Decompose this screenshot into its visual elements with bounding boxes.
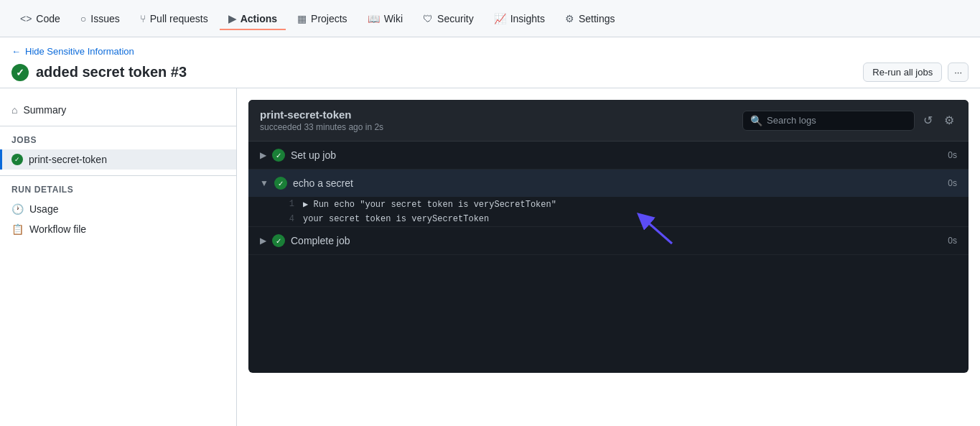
sidebar-item-usage[interactable]: 🕐 Usage — [0, 199, 236, 219]
projects-icon: ▦ — [297, 13, 307, 24]
header-actions: Re-run all jobs ··· — [863, 62, 969, 82]
log-step-complete-header[interactable]: ▶ ✓ Complete job 0s — [248, 227, 969, 254]
more-options-button[interactable]: ··· — [948, 62, 969, 82]
search-logs-input[interactable] — [767, 115, 907, 126]
log-header: print-secret-token succeeded 33 minutes … — [248, 100, 969, 142]
code-icon: <> — [20, 13, 32, 24]
sidebar: ⌂ Summary Jobs ✓ print-secret-token Run … — [0, 88, 237, 426]
line-content-1: ▶ Run echo "your secret token is verySec… — [303, 199, 556, 210]
line-number-1: 1 — [277, 199, 294, 210]
nav-actions[interactable]: ▶ Actions — [220, 7, 286, 30]
log-step-echo-header[interactable]: ▼ ✓ echo a secret 0s — [248, 170, 969, 197]
step-setup-duration: 0s — [948, 150, 957, 160]
wiki-icon: 📖 — [368, 13, 380, 24]
sidebar-item-summary[interactable]: ⌂ Summary — [0, 100, 236, 120]
step-collapse-icon: ▶ — [260, 150, 266, 160]
run-details-section-title: Run details — [0, 182, 236, 199]
log-step-echo: ▼ ✓ echo a secret 0s 1 ▶ Run echo "your … — [248, 170, 969, 227]
workflow-icon: 📋 — [11, 223, 24, 235]
rerun-all-jobs-button[interactable]: Re-run all jobs — [863, 62, 942, 82]
step-complete-duration: 0s — [948, 236, 957, 246]
actions-icon: ▶ — [228, 13, 236, 24]
step-complete-success-icon: ✓ — [272, 234, 285, 247]
insights-icon: 📈 — [494, 13, 506, 24]
log-panel: print-secret-token succeeded 33 minutes … — [248, 100, 969, 373]
run-success-icon: ✓ — [11, 64, 29, 81]
pr-icon: ⑂ — [140, 13, 146, 24]
sidebar-item-job[interactable]: ✓ print-secret-token — [0, 149, 236, 170]
job-success-icon: ✓ — [11, 154, 23, 165]
nav-pull-requests[interactable]: ⑂ Pull requests — [131, 7, 217, 30]
log-lines-echo: 1 ▶ Run echo "your secret token is veryS… — [248, 197, 969, 226]
step-echo-success-icon: ✓ — [274, 177, 287, 190]
log-header-right: 🔍 ↺ ⚙ — [742, 111, 957, 131]
nav-projects[interactable]: ▦ Projects — [289, 7, 356, 30]
search-icon: 🔍 — [750, 115, 762, 126]
step-complete-label: Complete job — [291, 235, 942, 246]
page-title: ✓ added secret token #3 — [11, 64, 187, 81]
sidebar-divider-2 — [0, 175, 236, 176]
clock-icon: 🕐 — [11, 203, 24, 215]
issues-icon: ○ — [80, 13, 86, 24]
log-step-complete: ▶ ✓ Complete job 0s — [248, 227, 969, 255]
log-subtitle: succeeded 33 minutes ago in 2s — [260, 122, 383, 132]
log-step-setup: ▶ ✓ Set up job 0s — [248, 142, 969, 170]
sidebar-item-workflow-file[interactable]: 📋 Workflow file — [0, 219, 236, 239]
refresh-button[interactable]: ↺ — [920, 111, 935, 130]
log-step-setup-header[interactable]: ▶ ✓ Set up job 0s — [248, 142, 969, 169]
top-nav: <> Code ○ Issues ⑂ Pull requests ▶ Actio… — [0, 0, 980, 37]
log-header-left: print-secret-token succeeded 33 minutes … — [260, 108, 383, 132]
nav-wiki[interactable]: 📖 Wiki — [359, 7, 411, 30]
nav-security[interactable]: 🛡 Security — [414, 7, 482, 30]
security-icon: 🛡 — [423, 13, 433, 24]
main-layout: ⌂ Summary Jobs ✓ print-secret-token Run … — [0, 88, 980, 426]
settings-button[interactable]: ⚙ — [941, 111, 957, 130]
page-title-row: ✓ added secret token #3 Re-run all jobs … — [11, 62, 969, 82]
line-number-4: 4 — [277, 214, 294, 224]
step-expand-icon: ▼ — [260, 178, 269, 188]
settings-icon: ⚙ — [565, 13, 574, 24]
search-logs-container: 🔍 — [742, 111, 915, 131]
sidebar-divider-1 — [0, 126, 236, 126]
page-header: ← Hide Sensitive Information ✓ added sec… — [0, 37, 980, 88]
main-content: print-secret-token succeeded 33 minutes … — [237, 88, 980, 426]
nav-code[interactable]: <> Code — [11, 7, 69, 30]
back-link[interactable]: ← Hide Sensitive Information — [11, 46, 969, 57]
step-setup-success-icon: ✓ — [272, 149, 285, 162]
log-line-4: 4 your secret token is verySecretToken — [248, 212, 969, 226]
step-setup-label: Set up job — [291, 149, 942, 161]
back-arrow-icon: ← — [11, 46, 21, 57]
log-job-name: print-secret-token — [260, 108, 383, 121]
log-line-1: 1 ▶ Run echo "your secret token is veryS… — [248, 197, 969, 212]
nav-insights[interactable]: 📈 Insights — [485, 7, 554, 30]
line-content-4: your secret token is verySecretToken — [303, 214, 489, 224]
home-icon: ⌂ — [11, 104, 17, 116]
nav-issues[interactable]: ○ Issues — [72, 7, 129, 30]
jobs-section-title: Jobs — [0, 132, 236, 149]
nav-settings[interactable]: ⚙ Settings — [556, 7, 624, 30]
step-echo-duration: 0s — [948, 178, 957, 188]
step-echo-label: echo a secret — [293, 177, 942, 189]
step-complete-collapse-icon: ▶ — [260, 236, 266, 246]
